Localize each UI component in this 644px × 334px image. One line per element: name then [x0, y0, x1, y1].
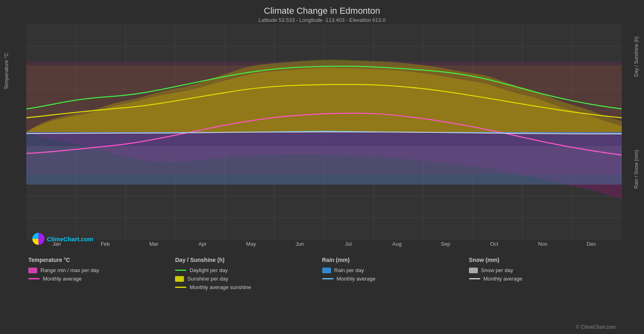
- rain-swatch: [322, 268, 331, 273]
- legend-title-snow: Snow (mm): [469, 257, 616, 263]
- right-axis-bottom-label: Rain / Snow (mm): [633, 150, 639, 189]
- right-axis-top-label: Day / Sunshine (h): [633, 36, 639, 77]
- legend-item-sunshine-avg: Monthly average sunshine: [175, 284, 322, 290]
- snow-avg-line: [469, 278, 480, 279]
- legend-col-sunshine: Day / Sunshine (h) Daylight per day Suns…: [175, 257, 322, 290]
- legend-item-temp-range: Range min / max per day: [28, 267, 175, 273]
- chart-title: Climate Change in Edmonton: [0, 0, 644, 16]
- month-jul: Jul: [324, 241, 373, 247]
- legend-title-sun: Day / Sunshine (h): [175, 257, 322, 263]
- temp-range-label: Range min / max per day: [40, 267, 99, 273]
- logo-icon-bottom: [32, 233, 44, 245]
- month-sep: Sep: [421, 241, 470, 247]
- legend-item-sunshine-swatch: Sunshine per day: [175, 276, 322, 282]
- month-jun: Jun: [275, 241, 324, 247]
- sunshine-avg-label: Monthly average sunshine: [190, 284, 251, 290]
- month-apr: Apr: [178, 241, 227, 247]
- legend-title-temp: Temperature °C: [28, 257, 175, 263]
- snow-swatch-label: Snow per day: [481, 267, 513, 273]
- temp-avg-line: [28, 278, 40, 279]
- temp-avg-label: Monthly average: [43, 276, 82, 282]
- month-oct: Oct: [470, 241, 518, 247]
- sunshine-swatch-label: Sunshine per day: [187, 276, 228, 282]
- month-nov: Nov: [519, 241, 567, 247]
- sunshine-swatch: [175, 276, 184, 282]
- month-labels: Jan Feb Mar Apr May Jun Jul Aug Sep Oct …: [28, 241, 620, 247]
- month-dec: Dec: [567, 241, 616, 247]
- legend-item-snow-swatch: Snow per day: [469, 267, 616, 273]
- snow-avg-label: Monthly average: [484, 276, 522, 282]
- legend-item-rain-avg: Monthly average: [322, 276, 469, 282]
- chart-svg: 50 40 30 20 10 0 -10 -20 -30 -40 -50 0 6…: [26, 25, 622, 239]
- left-axis-label: Temperature °C: [3, 53, 9, 89]
- daylight-label: Daylight per day: [190, 267, 228, 273]
- logo-text-bottom: ClimeChart.com: [47, 236, 93, 243]
- legend-title-rain: Rain (mm): [322, 257, 469, 263]
- svg-rect-27: [26, 61, 622, 174]
- logo-bottom-left: ClimeChart.com: [32, 233, 93, 245]
- month-mar: Mar: [130, 241, 178, 247]
- month-aug: Aug: [373, 241, 421, 247]
- legend-col-snow: Snow (mm) Snow per day Monthly average: [469, 257, 616, 290]
- legend-item-daylight: Daylight per day: [175, 267, 322, 273]
- rain-avg-line: [322, 278, 334, 279]
- rain-avg-label: Monthly average: [337, 276, 376, 282]
- legend-area: Temperature °C Range min / max per day M…: [0, 251, 644, 290]
- temp-range-swatch: [28, 268, 37, 273]
- daylight-line: [175, 270, 186, 271]
- legend-item-snow-avg: Monthly average: [469, 276, 616, 282]
- chart-subtitle: Latitude 53.533 - Longitude -113.403 - E…: [0, 17, 644, 23]
- rain-swatch-label: Rain per day: [334, 267, 364, 273]
- snow-swatch: [469, 268, 478, 273]
- copyright: © ClimeChart.com: [576, 324, 616, 330]
- chart-area: 50 40 30 20 10 0 -10 -20 -30 -40 -50 0 6…: [26, 25, 622, 239]
- sunshine-avg-line: [175, 287, 186, 288]
- legend-item-temp-avg: Monthly average: [28, 276, 175, 282]
- legend-col-temperature: Temperature °C Range min / max per day M…: [28, 257, 175, 290]
- chart-container: Climate Change in Edmonton Latitude 53.5…: [0, 0, 644, 334]
- legend-item-rain-swatch: Rain per day: [322, 267, 469, 273]
- month-may: May: [227, 241, 275, 247]
- legend-col-rain: Rain (mm) Rain per day Monthly average: [322, 257, 469, 290]
